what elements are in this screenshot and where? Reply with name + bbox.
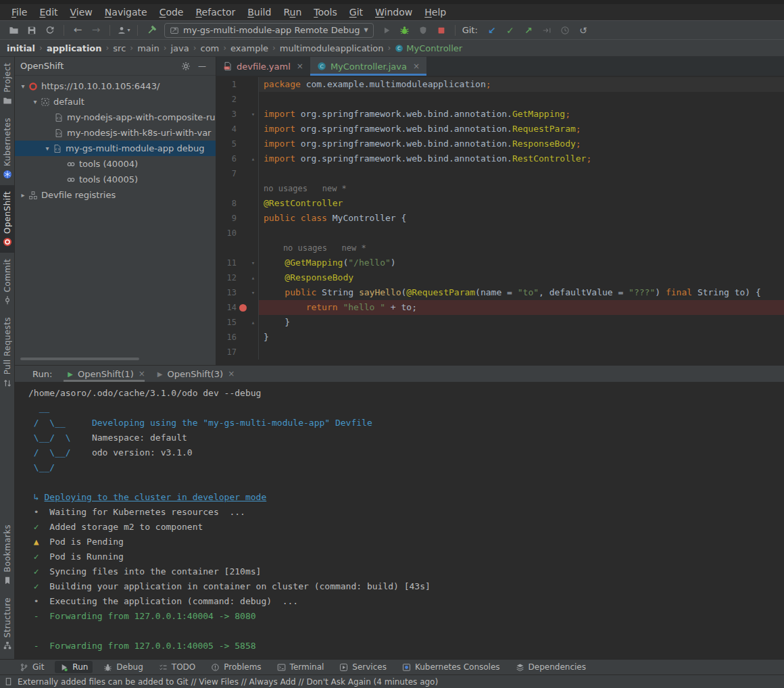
menu-view[interactable]: View <box>64 5 99 19</box>
editor-gutter[interactable]: 15▴ <box>216 315 259 330</box>
status-message[interactable]: Externally added files can be added to G… <box>18 677 438 687</box>
breadcrumb-item[interactable]: java <box>170 43 189 53</box>
breadcrumb-item[interactable]: application <box>47 43 102 53</box>
tree-node[interactable]: ▾ my-gs-multi-module-app debug <box>15 141 216 156</box>
run-button[interactable] <box>378 23 395 38</box>
sync-button[interactable] <box>42 23 58 38</box>
editor-gutter[interactable]: 14 <box>216 300 259 315</box>
breadcrumb-item[interactable]: example <box>230 43 268 53</box>
editor-gutter[interactable]: 10 <box>216 226 259 241</box>
stop-button[interactable] <box>433 23 449 38</box>
inlay-hint[interactable]: no usages new * <box>264 243 366 253</box>
breadcrumb-item[interactable]: com <box>201 43 220 53</box>
editor-tab-devfile.yaml[interactable]: YML devfile.yaml × <box>216 57 310 76</box>
menu-navigate[interactable]: Navigate <box>99 5 153 19</box>
rollback-button[interactable]: ↺ <box>575 23 591 38</box>
tool-window-button-run[interactable]: Run <box>55 661 93 673</box>
tree-node[interactable]: tools (40004) <box>15 156 216 172</box>
tree-node[interactable]: ▾ https://10.10.10.105:6443/ <box>15 78 216 94</box>
close-icon[interactable]: × <box>297 62 303 71</box>
coverage-button[interactable] <box>415 23 431 38</box>
tool-window-button-kubernetes-consoles[interactable]: Kubernetes Consoles <box>397 661 505 673</box>
tree-node[interactable]: my-nodejs-app-with-composite-ru <box>15 109 216 125</box>
tool-window-button-git[interactable]: Git <box>15 661 49 673</box>
stripe-tab-pull-requests[interactable]: Pull Requests <box>0 311 14 393</box>
chevron-right-icon[interactable]: ▸ <box>18 191 28 199</box>
open-folder-button[interactable] <box>5 23 22 38</box>
editor-gutter[interactable]: 5 <box>216 137 259 151</box>
editor-gutter[interactable]: 1 <box>216 77 259 92</box>
run-console[interactable]: /home/asoro/.odo/cache/3.1.0/odo dev --d… <box>15 382 784 659</box>
code-editor[interactable]: 1 package com.example.multimoduleapplica… <box>216 76 784 365</box>
breadcrumb-item[interactable]: initial <box>7 43 35 53</box>
build-button[interactable] <box>143 23 160 38</box>
tree-node[interactable]: ▾ default <box>15 94 216 109</box>
tree-node[interactable]: tools (40005) <box>15 172 216 187</box>
close-icon[interactable]: × <box>228 369 235 378</box>
menu-help[interactable]: Help <box>418 5 452 19</box>
editor-gutter[interactable]: 4 <box>216 122 259 137</box>
inlay-hint[interactable]: no usages new * <box>264 184 347 193</box>
editor-gutter[interactable]: 9 <box>216 211 259 226</box>
save-all-button[interactable] <box>24 23 40 38</box>
editor-gutter[interactable]: 11▾ <box>216 255 259 270</box>
tool-window-button-todo[interactable]: TODO <box>154 661 200 673</box>
stripe-tab-project[interactable]: Project <box>0 57 14 112</box>
fold-marker-icon[interactable]: ▾ <box>249 107 258 122</box>
tree-node[interactable]: ▸ Devfile registries <box>15 187 216 203</box>
stripe-tab-commit[interactable]: Commit <box>0 253 14 312</box>
editor-gutter[interactable]: 13▾ <box>216 285 259 300</box>
fold-marker-icon[interactable]: ▴ <box>249 270 258 285</box>
breakpoint-icon[interactable] <box>239 304 247 312</box>
tool-window-button-terminal[interactable]: Terminal <box>272 661 329 673</box>
chevron-down-icon[interactable]: ▾ <box>18 82 28 90</box>
git-push-button[interactable]: ↗ <box>520 23 537 38</box>
fold-marker-icon[interactable]: ▾ <box>249 285 258 300</box>
breadcrumb-item[interactable]: CMyController <box>395 43 462 53</box>
forward-button[interactable]: → <box>88 23 104 38</box>
run-tab-openshift3[interactable]: ▶ OpenShift(3) × <box>151 366 241 382</box>
tool-window-button-debug[interactable]: Debug <box>99 661 147 673</box>
panel-settings-button[interactable] <box>178 59 194 74</box>
editor-gutter[interactable]: 2 <box>216 92 259 107</box>
close-icon[interactable]: × <box>413 62 420 71</box>
stripe-tab-structure[interactable]: Structure <box>0 591 14 656</box>
editor-gutter[interactable]: 8 <box>216 196 259 211</box>
editor-gutter[interactable]: 16 <box>216 330 259 345</box>
debug-button[interactable] <box>397 23 413 38</box>
chevron-down-icon[interactable]: ▾ <box>42 145 53 152</box>
history-button[interactable] <box>557 23 573 38</box>
editor-gutter[interactable]: 6▴ <box>216 151 259 166</box>
horizontal-scrollbar[interactable] <box>20 358 139 360</box>
console-link[interactable]: Deploying to the cluster in developer mo… <box>44 492 266 502</box>
git-update-button[interactable]: ↙ <box>484 23 500 38</box>
menu-run[interactable]: Run <box>277 5 308 19</box>
breadcrumb-item[interactable]: src <box>113 43 126 53</box>
menu-code[interactable]: Code <box>153 5 190 19</box>
menu-build[interactable]: Build <box>241 5 277 19</box>
menu-edit[interactable]: Edit <box>33 5 64 19</box>
git-commit-button[interactable]: ✓ <box>502 23 518 38</box>
fold-marker-icon[interactable]: ▴ <box>249 315 258 330</box>
back-button[interactable]: ← <box>70 23 86 38</box>
menu-git[interactable]: Git <box>343 5 369 19</box>
tree-node[interactable]: my-nodesjs-with-k8s-uri-with-var <box>15 125 216 141</box>
editor-gutter[interactable]: 7 <box>216 166 259 181</box>
menu-file[interactable]: File <box>5 5 33 19</box>
breadcrumb-item[interactable]: main <box>137 43 159 53</box>
menu-refactor[interactable]: Refactor <box>189 5 241 19</box>
editor-tab-mycontroller.java[interactable]: C MyController.java × <box>310 57 426 76</box>
menu-tools[interactable]: Tools <box>308 5 343 19</box>
editor-gutter[interactable]: 12▴ <box>216 270 259 285</box>
git-merge-button[interactable] <box>539 23 555 38</box>
menu-window[interactable]: Window <box>369 5 418 19</box>
stripe-tab-bookmarks[interactable]: Bookmarks <box>0 518 14 591</box>
tool-window-button-problems[interactable]: Problems <box>206 661 266 673</box>
breadcrumb-item[interactable]: multimoduleapplication <box>280 43 384 53</box>
close-icon[interactable]: × <box>139 369 145 378</box>
tool-window-button-services[interactable]: Services <box>335 661 391 673</box>
fold-marker-icon[interactable]: ▾ <box>249 255 258 270</box>
user-dropdown-button[interactable]: ▾ <box>116 23 132 38</box>
editor-gutter[interactable]: 17 <box>216 345 259 360</box>
stripe-tab-kubernetes[interactable]: Kubernetes <box>0 112 14 185</box>
